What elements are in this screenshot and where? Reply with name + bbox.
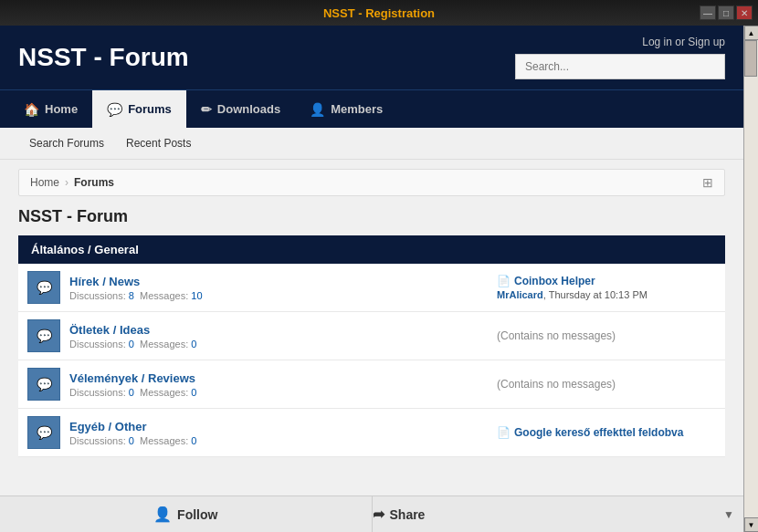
subnav-recent-posts[interactable]: Recent Posts bbox=[115, 133, 202, 153]
nav-label-members: Members bbox=[331, 102, 383, 116]
forums-icon: 💬 bbox=[107, 102, 122, 117]
content-area: Home › Forums ⊞ NSST - Forum Általános /… bbox=[0, 160, 743, 495]
nav-label-forums: Forums bbox=[128, 102, 172, 116]
forum-icon: 💬 bbox=[27, 319, 60, 352]
downloads-icon: ✏ bbox=[201, 102, 212, 117]
navbar: 🏠 Home 💬 Forums ✏ Downloads 👤 Members bbox=[0, 89, 743, 128]
no-messages: (Contains no messages) bbox=[497, 378, 616, 391]
messages-count: 10 bbox=[191, 290, 202, 301]
breadcrumb-left: Home › Forums bbox=[30, 176, 114, 189]
section-header: Általános / General bbox=[18, 235, 725, 264]
forum-meta: Discussions: 0 Messages: 0 bbox=[69, 387, 488, 398]
maximize-button[interactable]: □ bbox=[718, 5, 734, 20]
forum-icon-symbol: 💬 bbox=[37, 377, 52, 391]
site-header: NSST - Forum Log in or Sign up bbox=[0, 26, 743, 89]
discussions-count: 0 bbox=[129, 435, 134, 446]
scroll-thumb[interactable] bbox=[744, 40, 757, 77]
no-messages: (Contains no messages) bbox=[497, 329, 616, 342]
site-title: NSST - Forum bbox=[18, 43, 189, 72]
forum-icon-symbol: 💬 bbox=[37, 425, 52, 440]
forum-icon: 💬 bbox=[27, 368, 60, 401]
messages-count: 0 bbox=[191, 387, 196, 398]
last-post-title[interactable]: Coinbox Helper bbox=[514, 275, 595, 287]
forum-info: Vélemények / Reviews Discussions: 0 Mess… bbox=[69, 371, 488, 398]
forum-meta: Discussions: 0 Messages: 0 bbox=[69, 435, 488, 446]
share-button[interactable]: ➦ Share ▼ bbox=[373, 496, 744, 532]
titlebar-title: NSST - Registration bbox=[323, 6, 435, 20]
forum-last-post: 📄Coinbox Helper MrAlicard, Thursday at 1… bbox=[497, 275, 716, 300]
scroll-down-button[interactable]: ▼ bbox=[744, 517, 759, 532]
forum-info: Hírek / News Discussions: 8 Messages: 10 bbox=[69, 275, 488, 301]
bottom-bar: 👤 Follow ➦ Share ▼ bbox=[0, 495, 743, 532]
scrollbar: ▲ ▼ bbox=[743, 26, 758, 532]
follow-label: Follow bbox=[177, 507, 217, 522]
main-content: NSST - Forum Log in or Sign up 🏠 Home 💬 … bbox=[0, 26, 743, 532]
messages-count: 0 bbox=[191, 435, 196, 446]
close-button[interactable]: ✕ bbox=[736, 5, 753, 20]
nav-item-downloads[interactable]: ✏ Downloads bbox=[186, 90, 295, 128]
nav-label-downloads: Downloads bbox=[217, 102, 280, 116]
forum-meta: Discussions: 8 Messages: 10 bbox=[69, 290, 488, 301]
forum-icon-symbol: 💬 bbox=[37, 329, 52, 343]
titlebar-controls: — □ ✕ bbox=[700, 5, 753, 20]
follow-button[interactable]: 👤 Follow bbox=[0, 496, 373, 532]
share-icon: ➦ bbox=[373, 506, 384, 523]
forum-last-post: 📄Google kereső effekttel feldobva bbox=[497, 426, 716, 439]
forum-row: 💬 Hírek / News Discussions: 8 Messages: … bbox=[18, 264, 725, 312]
last-post-title[interactable]: Google kereső effekttel feldobva bbox=[514, 426, 683, 439]
nav-label-home: Home bbox=[45, 102, 78, 116]
members-icon: 👤 bbox=[310, 102, 325, 117]
discussions-count: 8 bbox=[129, 290, 134, 301]
forum-name[interactable]: Egyéb / Other bbox=[69, 420, 488, 433]
header-right: Log in or Sign up bbox=[515, 36, 725, 79]
forum-info: Ötletek / Ideas Discussions: 0 Messages:… bbox=[69, 323, 488, 349]
share-label: Share bbox=[390, 507, 426, 522]
forum-icon-symbol: 💬 bbox=[37, 280, 52, 295]
forum-row: 💬 Ötletek / Ideas Discussions: 0 Message… bbox=[18, 312, 725, 360]
forum-last-post: (Contains no messages) bbox=[497, 329, 716, 342]
last-post-by: MrAlicard, Thursday at 10:13 PM bbox=[497, 289, 716, 300]
forum-name[interactable]: Hírek / News bbox=[69, 275, 488, 288]
chevron-down-icon: ▼ bbox=[723, 508, 743, 521]
forum-name[interactable]: Vélemények / Reviews bbox=[69, 371, 488, 385]
last-post-icon: 📄 bbox=[497, 426, 511, 439]
forum-row: 💬 Vélemények / Reviews Discussions: 0 Me… bbox=[18, 360, 725, 409]
search-input[interactable] bbox=[515, 54, 725, 79]
nav-item-members[interactable]: 👤 Members bbox=[295, 90, 397, 128]
minimize-button[interactable]: — bbox=[700, 5, 716, 20]
forum-meta: Discussions: 0 Messages: 0 bbox=[69, 339, 488, 349]
discussions-count: 0 bbox=[129, 339, 134, 349]
follow-icon: 👤 bbox=[153, 506, 172, 523]
forum-icon: 💬 bbox=[27, 416, 60, 449]
nav-item-home[interactable]: 🏠 Home bbox=[9, 90, 92, 128]
window-frame: NSST - Forum Log in or Sign up 🏠 Home 💬 … bbox=[0, 26, 758, 532]
scroll-up-button[interactable]: ▲ bbox=[744, 26, 759, 40]
subnav-search-forums[interactable]: Search Forums bbox=[18, 133, 115, 153]
last-post-author[interactable]: MrAlicard bbox=[497, 289, 543, 300]
forum-last-post: (Contains no messages) bbox=[497, 378, 716, 391]
last-post-icon: 📄 bbox=[497, 275, 511, 287]
breadcrumb-current: Forums bbox=[74, 176, 114, 189]
subnav: Search Forums Recent Posts bbox=[0, 128, 743, 160]
discussions-count: 0 bbox=[129, 387, 134, 398]
breadcrumb-home[interactable]: Home bbox=[30, 176, 59, 189]
page-title: NSST - Forum bbox=[18, 207, 725, 226]
titlebar: NSST - Registration — □ ✕ bbox=[0, 0, 758, 26]
scroll-track[interactable] bbox=[744, 40, 758, 517]
forum-name[interactable]: Ötletek / Ideas bbox=[69, 323, 488, 337]
forum-list: 💬 Hírek / News Discussions: 8 Messages: … bbox=[18, 264, 725, 457]
breadcrumb-grid-icon: ⊞ bbox=[702, 175, 713, 190]
messages-count: 0 bbox=[191, 339, 196, 349]
nav-item-forums[interactable]: 💬 Forums bbox=[92, 90, 186, 128]
home-icon: 🏠 bbox=[24, 102, 39, 117]
breadcrumb: Home › Forums ⊞ bbox=[18, 169, 725, 196]
forum-row: 💬 Egyéb / Other Discussions: 0 Messages:… bbox=[18, 409, 725, 457]
forum-info: Egyéb / Other Discussions: 0 Messages: 0 bbox=[69, 420, 488, 446]
breadcrumb-separator: › bbox=[65, 176, 68, 189]
login-text[interactable]: Log in or Sign up bbox=[642, 36, 725, 48]
last-post-time: Thursday at 10:13 PM bbox=[549, 289, 647, 300]
forum-icon: 💬 bbox=[27, 271, 60, 304]
